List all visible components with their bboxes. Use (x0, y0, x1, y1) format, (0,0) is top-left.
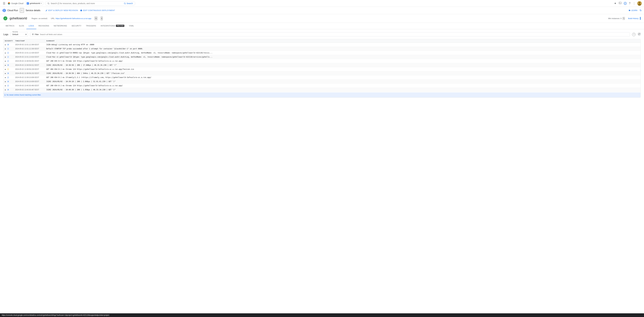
edit-instances-button[interactable]: ✎ (623, 17, 625, 20)
status-indicator: ✓ (4, 16, 7, 20)
log-table: SEVERITY TIMESTAMP SUMMARY ▶ ✦ 2024-05-0… (4, 39, 640, 92)
row-expand-button[interactable]: ▶ (5, 52, 6, 54)
notification-badge[interactable]: 2 (623, 2, 627, 5)
row-timestamp-cell: 2024-05-02 13:39:10.836 EEST (14, 76, 45, 80)
cloud-run-logo[interactable]: Cloud Run (2, 8, 18, 12)
row-summary-cell: Default STARTUP TCP probe succeeded afte… (45, 47, 640, 51)
integrations-label: INTEGRATIONS (100, 25, 115, 27)
table-row[interactable]: ▶ i 2024-05-02 13:38:58.001 EEST GET 200… (4, 59, 640, 63)
service-header: ✓ gohelloworld Region: us-central1 URL: … (0, 14, 644, 23)
filter-search-input[interactable] (40, 33, 628, 36)
severity-column-header: SEVERITY (4, 39, 14, 43)
search-button[interactable]: Search (124, 2, 133, 4)
table-row[interactable]: ▶ ✦ 2024-05-02 13:40:30.467 EEST [GIN] 2… (4, 88, 640, 92)
row-expand-button[interactable]: ▶ (5, 44, 6, 46)
row-summary-cell: [GIN-debug] Listening and serving HTTP o… (45, 43, 640, 47)
tab-slos[interactable]: SLOS (17, 23, 26, 29)
project-selector[interactable]: gohelloworld ▾ (25, 2, 43, 5)
row-expand-button[interactable]: ▶ (5, 56, 6, 58)
copy-url-button[interactable]: ⧉ (94, 16, 97, 20)
table-row[interactable]: ▶ ! 2024-05-02 13:38:58.228 EEST GET 404… (4, 67, 640, 71)
google-cloud-logo[interactable]: Google Cloud (8, 2, 24, 5)
row-expand-button[interactable]: ▶ (5, 89, 6, 91)
row-timestamp-cell: 2024-05-02 13:31:12.330 EEST (14, 47, 45, 51)
logs-title: Logs (4, 33, 8, 36)
tab-yaml[interactable]: YAML (126, 23, 136, 29)
edit-continuous-label: EDIT CONTINUOUS DEPLOYMENT (83, 9, 115, 12)
second-bar-right: LEARN ↻ (628, 9, 642, 12)
row-summary-cell: [GIN] 2024/05/02 - 10:38:58 | 200 | 17.6… (45, 63, 640, 67)
row-expand-button[interactable]: ▶ (5, 48, 6, 50)
sparkle-button[interactable]: ✦ (614, 1, 617, 6)
row-summary-cell: GET 404 654 B 2 ms Chrome 124 https://go… (45, 67, 640, 71)
service-url-link[interactable]: https://gohelloworld-3afnuslsra-uc.a.run… (56, 18, 91, 20)
row-severity-cell: ▶ i (4, 76, 14, 80)
tab-metrics[interactable]: METRICS (4, 23, 17, 29)
search-input[interactable] (51, 2, 123, 4)
row-expand-button[interactable]: ▶ (5, 80, 6, 83)
table-row[interactable]: ▶ i 2024-05-02 13:31:12.428 EEST Cloud R… (4, 51, 640, 55)
table-row[interactable]: ▶ ✦ 2024-05-02 13:39:10.839 EEST [GIN] 2… (4, 80, 640, 84)
tab-security[interactable]: SECURITY (69, 23, 84, 29)
severity-star-icon: ✦ (7, 88, 9, 91)
row-severity-cell: ▶ i (4, 59, 14, 63)
row-severity-cell: ▶ i (4, 84, 14, 88)
project-name: gohelloworld (30, 2, 40, 4)
table-row[interactable]: ▶ ✦ 2024-05-02 13:38:58.012 EEST [GIN] 2… (4, 63, 640, 67)
svg-rect-6 (619, 2, 622, 4)
row-timestamp-cell: 2024-05-02 13:31:13.818 EEST (14, 55, 45, 59)
timestamp-column-header: TIMESTAMP (14, 39, 45, 43)
tab-logs[interactable]: LOGS (26, 23, 36, 29)
help-button[interactable]: ? (628, 1, 631, 6)
hamburger-menu-button[interactable]: ☰ (2, 1, 6, 6)
row-expand-button[interactable]: ▶ (5, 64, 6, 66)
footer-message: No newer entries found matching current … (6, 94, 41, 96)
info-button[interactable]: ℹ (101, 16, 103, 20)
row-summary-cell: GET 200 654 B 2 ms Iframely/1.3.1 (+http… (45, 76, 640, 80)
row-severity-cell: ▶ ✦ (4, 63, 14, 67)
row-expand-button[interactable]: ▶ (5, 72, 6, 74)
tab-integrations[interactable]: INTEGRATIONS PREVIEW (98, 23, 126, 29)
build-history[interactable]: Build History : (628, 17, 640, 20)
back-button[interactable]: ← (20, 8, 24, 13)
tab-triggers[interactable]: TRIGGERS (84, 23, 98, 29)
tab-revisions[interactable]: REVISIONS (36, 23, 52, 29)
summary-column-header: SUMMARY (45, 39, 640, 43)
filter-button[interactable]: Filter (32, 33, 39, 36)
learn-button[interactable]: LEARN (628, 9, 637, 12)
table-row[interactable]: ▶ ✦ 2024-05-02 13:38:58.232 EEST [GIN] 2… (4, 71, 640, 76)
row-expand-button[interactable]: ▶ (5, 60, 6, 62)
logs-help-button[interactable]: ? (632, 33, 636, 36)
table-row[interactable]: ▶ i 2024-05-02 13:39:10.836 EEST GET 200… (4, 76, 640, 80)
table-row[interactable]: ▶ i 2024-05-02 13:31:13.818 EEST Cloud R… (4, 55, 640, 59)
tab-networking[interactable]: NETWORKING (52, 23, 69, 29)
row-timestamp-cell: 2024-05-02 13:38:58.228 EEST (14, 67, 45, 71)
google-cloud-label: Google Cloud (11, 2, 24, 4)
severity-select-value[interactable]: Default ▾ (11, 32, 28, 36)
svg-rect-1 (27, 3, 28, 3)
page-title: Service details (26, 9, 40, 12)
more-options-button[interactable]: ⋮ (632, 1, 636, 6)
terminal-icon (619, 2, 622, 4)
refresh-button[interactable]: ↻ (640, 9, 642, 12)
logs-section: Logs Severity Default ▾ Filter ? (0, 29, 644, 100)
row-summary-cell: Cloud Run v1 gohelloworld {@type: type.g… (45, 55, 640, 59)
table-row[interactable]: ▶ i 2024-05-02 13:40:30.460 EEST GET 200… (4, 84, 640, 88)
log-table-body: ▶ ✦ 2024-05-02 13:31:12.309 EEST [GIN-de… (4, 43, 640, 92)
edit-deploy-button[interactable]: EDIT & DEPLOY NEW REVISION (46, 9, 78, 12)
row-expand-button[interactable]: ▶ (5, 68, 6, 70)
avatar-icon (637, 1, 642, 6)
table-row[interactable]: ▶ i 2024-05-02 13:31:12.330 EEST Default… (4, 47, 640, 51)
edit-continuous-button[interactable]: EDIT CONTINUOUS DEPLOYMENT (80, 9, 115, 12)
open-external-button[interactable] (638, 33, 640, 36)
severity-info-icon: i (7, 76, 9, 79)
terminal-button[interactable] (618, 1, 622, 6)
severity-star-icon: ✦ (7, 64, 9, 66)
row-expand-button[interactable]: ▶ (5, 76, 6, 78)
severity-dropdown[interactable]: Severity Default ▾ (10, 32, 28, 37)
row-expand-button[interactable]: ▶ (5, 84, 6, 87)
table-row[interactable]: ▶ ✦ 2024-05-02 13:31:12.309 EEST [GIN-de… (4, 43, 640, 47)
user-avatar[interactable] (637, 1, 642, 6)
table-header-row: SEVERITY TIMESTAMP SUMMARY (4, 39, 640, 43)
severity-info-icon: i (7, 60, 9, 62)
